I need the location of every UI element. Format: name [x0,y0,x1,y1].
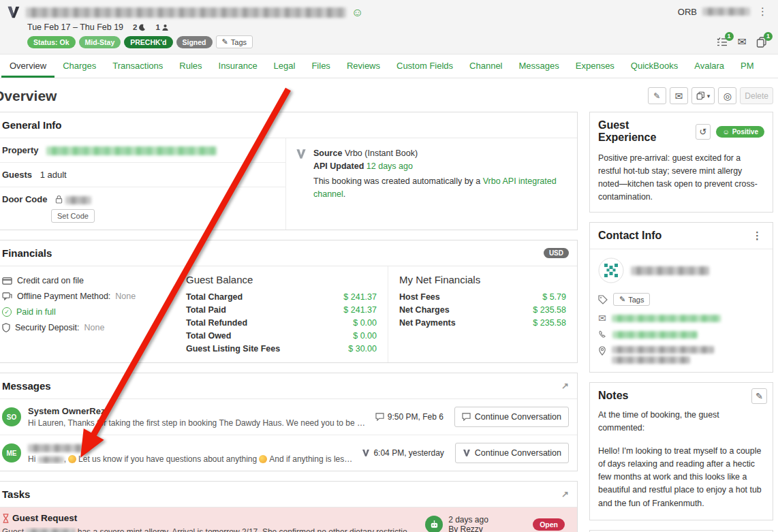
tab-custom-fields[interactable]: Custom Fields [388,54,461,78]
pencil-icon: ✎ [222,37,228,46]
general-info-section: General Info Property Guests 1 adult Doo… [0,112,578,230]
message-preview: Hi ,Let us know if you have questions ab… [28,454,355,464]
message-sender [28,442,355,452]
history-button[interactable]: ↺ [696,124,711,140]
section-title: Tasks [2,488,30,500]
booking-title-redacted [26,7,346,18]
check-circle-icon: ✓ [2,307,12,317]
tab-pm[interactable]: PM [732,54,762,78]
financials-section: Financials USD Credit card on file Offli… [0,240,578,363]
envelope-icon[interactable]: ✉ [738,35,747,48]
moon-icon [138,24,146,31]
tab-rules[interactable]: Rules [171,54,210,78]
guest-balance-title: Guest Balance [186,274,377,285]
booking-ref-prefix: ORB [678,7,697,17]
source-block: Source Vrbo (Instant Book) API Updated 1… [285,138,577,230]
delete-button[interactable]: Delete [740,87,773,104]
financial-row: Net Charges$ 235.58 [399,303,566,316]
status-badge: Mid-Stay [79,36,121,48]
task-description: Guest has a severe mint allergy. Arrival… [2,527,418,532]
pencil-icon: ✎ [619,295,625,304]
speech-bubble-icon [375,413,384,421]
api-updated-link[interactable]: 12 days ago [367,161,413,171]
property-row: Property [0,138,285,163]
message-row[interactable]: SO System OwnerRez Hi Lauren, Thanks for… [0,399,577,435]
notes-line: At the time of booking, the guest commen… [598,409,764,435]
door-code-row: Door Code Set Code [0,187,285,230]
lock-icon [55,195,63,204]
edit-notes-button[interactable]: ✎ [751,388,767,404]
my-net-title: My Net Financials [399,274,566,285]
tab-files[interactable]: Files [303,54,338,78]
page-title: Overview [0,88,57,104]
paid-in-full-line: ✓ Paid in full [2,307,175,317]
guests-stat: 1 [155,23,168,31]
tab-transactions[interactable]: Transactions [104,54,171,78]
avatar: SO [2,407,21,426]
contact-tags-button[interactable]: ✎Tags [613,293,650,306]
task-name: Guest Request [12,513,77,523]
copy-icon [696,91,705,100]
booking-dates: Tue Feb 17 – Thu Feb 19 [27,22,123,32]
security-deposit-line: Security Deposit: None [2,323,175,332]
notes-card: ✎ Notes At the time of booking, the gues… [589,382,773,520]
overflow-menu-icon[interactable]: ⋮ [750,230,764,242]
overflow-menu-icon[interactable]: ⋮ [756,5,770,18]
target-button[interactable]: ◎ [718,87,736,104]
tab-overview[interactable]: Overview [1,54,55,78]
financial-row: Guest Listing Site Fees$ 30.00 [186,342,377,355]
tab-avalara[interactable]: Avalara [686,54,732,78]
contact-info-card: Contact Info ⋮ ✎Tags ✉ [589,222,773,373]
status-badge: Status: Ok [27,36,76,48]
section-title: General Info [2,119,62,131]
checklist-icon[interactable]: 1 [717,37,728,47]
card-title: Notes [598,390,628,402]
expand-icon[interactable]: ↗ [561,489,569,499]
target-icon: ◎ [723,91,732,101]
booking-ref-redacted [702,7,750,16]
emoji-smile-icon [68,455,76,463]
financial-row: Total Paid$ 241.37 [186,303,377,316]
task-author: By Rezzy [448,525,483,532]
caret-down-icon: ▾ [707,93,711,99]
tab-insurance[interactable]: Insurance [211,54,266,78]
message-row[interactable]: ME Hi ,Let us know if you have questions… [0,435,577,471]
door-code-redacted [65,196,91,204]
status-badge: PRECHK'd [124,36,172,48]
copy-dropdown-button[interactable]: ▾ [691,87,715,104]
financial-row: Total Refunded$ 0.00 [186,316,377,329]
contact-address-redacted [612,346,714,364]
contact-email-redacted[interactable] [612,315,721,322]
tab-messages[interactable]: Messages [511,54,567,78]
continue-conversation-button[interactable]: Continue Conversation [455,443,569,463]
guests-value: 1 adult [40,170,67,180]
tag-icon [598,295,608,304]
tab-channel[interactable]: Channel [461,54,510,78]
contact-phone-redacted[interactable] [612,331,698,339]
status-badge: Signed [176,36,213,48]
property-name-redacted[interactable] [46,146,217,155]
tab-legal[interactable]: Legal [266,54,304,78]
notes-badge: 1 [764,32,773,41]
tab-charges[interactable]: Charges [55,54,104,78]
set-code-button[interactable]: Set Code [51,209,95,223]
task-row[interactable]: Guest Request Guest has a severe mint al… [0,507,577,532]
smiley-icon: ☺ [352,7,363,18]
tab-expenses[interactable]: Expenses [567,54,623,78]
pencil-icon: ✎ [756,391,763,401]
notes-line: Hello! I'm looking to treat myself to a … [598,445,764,510]
person-icon [161,24,169,31]
notes-copy-icon[interactable]: 1 [756,37,767,48]
tags-button[interactable]: ✎ Tags [216,35,253,48]
offline-payment-line: Offline Payment Method: None [2,292,175,301]
section-title: Messages [2,380,51,392]
tab-quickbooks[interactable]: QuickBooks [623,54,686,78]
expand-icon[interactable]: ↗ [561,381,569,391]
location-pin-icon [598,346,606,356]
tab-reviews[interactable]: Reviews [339,54,388,78]
message-sender: System OwnerRez [28,406,369,416]
edit-booking-button[interactable]: ✎ [648,87,666,104]
guests-row: Guests 1 adult [0,163,285,187]
continue-conversation-button[interactable]: Continue Conversation [454,407,569,427]
email-button[interactable]: ✉ [670,87,688,104]
